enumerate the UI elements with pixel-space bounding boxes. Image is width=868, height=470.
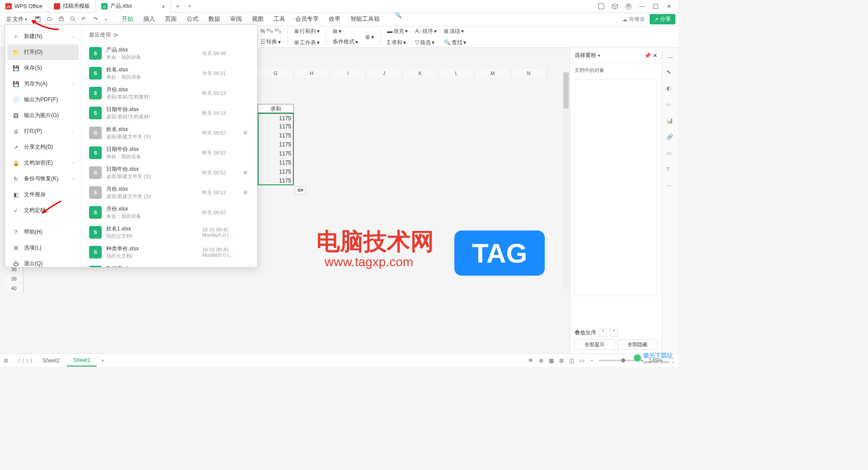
- cloud-save-icon[interactable]: [46, 16, 53, 23]
- col-header[interactable]: L: [439, 69, 475, 78]
- borders-button[interactable]: ⊞ ▾: [363, 33, 377, 41]
- percent-button[interactable]: % ⁰⁰₀ ⁰⁰₀: [258, 27, 284, 35]
- col-header[interactable]: G: [258, 69, 294, 78]
- col-header[interactable]: I: [330, 69, 366, 78]
- find-button[interactable]: 🔍 查找 ▾: [441, 38, 469, 47]
- close-button[interactable]: ✕: [665, 3, 673, 10]
- menu-file-slim[interactable]: ◧文件瘦身: [5, 187, 81, 202]
- fill-button[interactable]: ▬ 填充 ▾: [384, 27, 410, 36]
- link-icon[interactable]: 🔗: [666, 134, 675, 142]
- add-tab-button[interactable]: +: [171, 2, 184, 10]
- view-focus-icon[interactable]: ⊕: [539, 357, 543, 364]
- tab-wps-home[interactable]: W WPS Office: [0, 0, 48, 13]
- worksheet-button[interactable]: ⊞ 工作表 ▾: [292, 38, 322, 47]
- chevron-down-icon[interactable]: ▾: [598, 53, 600, 58]
- menu-export-image[interactable]: 🖼输出为图片(G): [5, 108, 81, 123]
- sheet-nav[interactable]: ⟨⟨⟩⟩: [15, 357, 35, 364]
- recent-file-item[interactable]: S 姓名.xlsx 来自：我的设备 今天 08:31: [82, 63, 257, 83]
- menu-backup[interactable]: ↻备份与恢复(K)›: [5, 171, 81, 187]
- menu-options[interactable]: ⚙选项(L): [5, 240, 81, 256]
- convert-button[interactable]: ☷ 转换 ▾: [258, 37, 284, 47]
- col-header[interactable]: J: [366, 69, 402, 78]
- menu-save[interactable]: 💾保存(S): [5, 60, 81, 76]
- recent-file-item[interactable]: S 月份.xlsx 桌面/新建文件夹 (3)/ 昨天 08:52 ✕: [82, 183, 257, 202]
- zoom-out-button[interactable]: −: [590, 357, 593, 364]
- sum-button[interactable]: Σ 求和 ▾: [384, 38, 410, 47]
- chart-icon[interactable]: 📊: [666, 118, 675, 126]
- select-icon[interactable]: ⬉: [666, 69, 675, 77]
- row-header[interactable]: 40: [5, 284, 24, 293]
- menu-exit[interactable]: ⏻退出(Q): [5, 256, 81, 272]
- recent-file-item[interactable]: S 日期年份.xlsx 来自：我的设备 昨天 08:52: [82, 143, 257, 163]
- sheet-tab-active[interactable]: Sheet1: [67, 355, 97, 367]
- more-icon[interactable]: ⋯: [666, 183, 675, 191]
- filter-button[interactable]: ▽ 筛选 ▾: [412, 38, 439, 47]
- show-all-button[interactable]: 全部显示: [575, 339, 615, 350]
- recent-file-item[interactable]: S 产品.xlsx 来自：我的设备 今天 08:48: [82, 43, 257, 63]
- close-panel-icon[interactable]: ✕: [653, 52, 657, 59]
- zoom-in-button[interactable]: +: [640, 357, 643, 364]
- freeze-button[interactable]: ⊞ 冻结 ▾: [441, 27, 469, 36]
- fullscreen-icon[interactable]: ⛶: [668, 357, 674, 364]
- remove-recent-icon[interactable]: ✕: [243, 169, 250, 176]
- menu-export-pdf[interactable]: 📄输出为PDF(F): [5, 92, 81, 108]
- hide-all-button[interactable]: 全部隐藏: [618, 339, 658, 350]
- recent-file-item[interactable]: S 数据表.xlsx 我的云文档/ 10-12 08:48: [82, 262, 257, 267]
- screen-icon[interactable]: ▭: [666, 150, 675, 158]
- help-icon[interactable]: ?: [666, 166, 675, 174]
- tab-tools[interactable]: 工具: [273, 12, 286, 27]
- save-icon[interactable]: [34, 16, 42, 23]
- menu-finalize[interactable]: ✓文档定稿: [5, 202, 81, 218]
- col-header[interactable]: H: [294, 69, 330, 78]
- panel-icon[interactable]: [598, 3, 605, 10]
- style-icon[interactable]: ◐: [666, 85, 675, 93]
- recent-file-item[interactable]: S 姓名1.xlsx 我的云文档/ 10-16 08:42Mozilla/5.0…: [82, 222, 257, 242]
- share-button[interactable]: ↗ 分享: [650, 14, 675, 24]
- refresh-icon[interactable]: ⟳: [113, 32, 118, 38]
- remove-recent-icon[interactable]: ✕: [243, 189, 250, 196]
- view-reader-icon[interactable]: ▭: [580, 357, 585, 364]
- sheet-tab[interactable]: Sheet2: [36, 355, 66, 366]
- menu-open[interactable]: 📁打开(O): [8, 44, 79, 60]
- recent-file-item[interactable]: S 日期年份.xlsx 桌面/素材/文档素材/ 昨天 09:23: [82, 103, 257, 123]
- move-down-button[interactable]: ˅: [610, 329, 618, 337]
- cond-format-button[interactable]: 条件格式 ▾: [330, 37, 361, 47]
- col-header[interactable]: N: [511, 69, 547, 78]
- tab-dropdown[interactable]: ▾: [184, 4, 195, 9]
- menu-help[interactable]: ?帮助(H): [5, 224, 81, 240]
- cube-icon[interactable]: [611, 3, 618, 10]
- tab-templates[interactable]: 找稿壳模板: [48, 0, 96, 13]
- cell-format-button[interactable]: ⊞ ▾: [330, 27, 361, 35]
- collapse-panel-icon[interactable]: —: [668, 54, 673, 61]
- view-grid-icon[interactable]: ⊞: [559, 357, 564, 364]
- file-menu-button[interactable]: ☰ 文件 ▾: [3, 14, 31, 24]
- paste-options-button[interactable]: ⊞▾: [295, 186, 306, 194]
- sort-button[interactable]: A↓ 排序 ▾: [412, 27, 439, 36]
- undo-icon[interactable]: ↶: [81, 16, 89, 23]
- zoom-value[interactable]: 145%: [649, 357, 663, 364]
- tab-member[interactable]: 会员专享: [294, 12, 320, 27]
- qat-dropdown[interactable]: ▾: [105, 17, 107, 22]
- menu-encrypt[interactable]: 🔒文档加密(E)›: [5, 155, 81, 171]
- redo-icon[interactable]: ↷: [93, 16, 100, 23]
- recent-file-item[interactable]: S 月份.xlsx 桌面/素材/文档素材/ 昨天 09:23: [82, 83, 257, 103]
- minimize-button[interactable]: —: [638, 3, 646, 10]
- col-header[interactable]: M: [475, 69, 511, 78]
- remove-recent-icon[interactable]: ✕: [243, 129, 250, 136]
- menu-print[interactable]: 🖨打印(P)›: [5, 123, 81, 139]
- menu-new[interactable]: ＋新建(N)›: [5, 28, 81, 44]
- view-eye-icon[interactable]: 👁: [528, 357, 533, 364]
- menu-share-doc[interactable]: ↗分享文档(D): [5, 139, 81, 155]
- col-header[interactable]: K: [402, 69, 439, 78]
- maximize-button[interactable]: [652, 3, 659, 10]
- recent-file-item[interactable]: S 种类单价.xlsx 我的云文档/ 10-16 08:42Mozilla/5.…: [82, 242, 257, 262]
- add-sheet-button[interactable]: +: [98, 357, 108, 364]
- search-icon[interactable]: 🔍: [395, 12, 402, 27]
- move-up-button[interactable]: ˄: [599, 329, 607, 337]
- shape-icon[interactable]: ▱: [666, 101, 675, 109]
- avatar-icon[interactable]: [625, 3, 632, 10]
- recent-file-item[interactable]: S 月份.xlsx 来自：我的设备 昨天 08:52: [82, 202, 257, 222]
- cloud-status[interactable]: ☁ 有修改: [622, 15, 645, 23]
- tab-smart-tools[interactable]: 智能工具箱: [349, 12, 381, 27]
- zoom-slider[interactable]: [599, 360, 635, 361]
